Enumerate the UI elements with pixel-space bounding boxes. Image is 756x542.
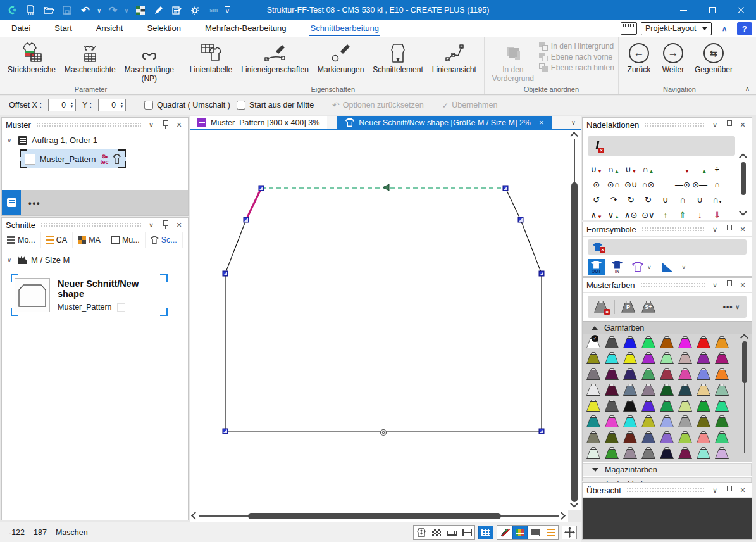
minimize-button[interactable]: [669, 0, 698, 20]
delete-color-button[interactable]: ×: [594, 301, 608, 313]
yarn-color-swatch[interactable]: [678, 447, 692, 460]
yarn-color-swatch[interactable]: [660, 368, 674, 381]
needle-action-cell[interactable]: ↺: [588, 191, 605, 206]
copy-table-toggle[interactable]: [528, 526, 543, 539]
yarn-color-swatch[interactable]: [678, 352, 692, 365]
yarn-color-swatch[interactable]: [605, 336, 619, 349]
spinner-arrows-icon[interactable]: ▲▼: [118, 102, 125, 108]
needle-action-cell[interactable]: ↓: [691, 206, 709, 222]
more-tabs-icon[interactable]: •••: [21, 198, 41, 208]
yarn-color-swatch[interactable]: [715, 447, 729, 460]
chevron-down-icon[interactable]: ∨: [682, 264, 686, 270]
yarn-color-swatch[interactable]: [605, 384, 619, 396]
yarn-color-swatch[interactable]: [715, 431, 729, 444]
needle-action-cell[interactable]: ∪▼: [623, 161, 640, 176]
weiter-button[interactable]: → Weiter: [657, 39, 690, 76]
yarn-color-swatch[interactable]: [697, 415, 710, 428]
yarn-color-swatch[interactable]: [605, 415, 619, 428]
linienansicht-button[interactable]: Linienansicht: [428, 39, 480, 76]
no-edit-toggle[interactable]: [497, 526, 512, 539]
overview-viewport[interactable]: [583, 498, 752, 539]
yarn-color-swatch[interactable]: [586, 352, 600, 365]
module-editor-button[interactable]: [170, 3, 184, 17]
yarn-color-swatch[interactable]: [623, 447, 637, 460]
yarn-color-swatch[interactable]: [678, 415, 692, 428]
yarn-color-swatch[interactable]: [697, 384, 710, 396]
qat-customize-icon[interactable]: ∨: [225, 6, 230, 15]
add-color-button[interactable]: S+: [641, 301, 655, 313]
shirt-outline-button[interactable]: [632, 262, 643, 272]
needle-action-cell[interactable]: ∧▼: [588, 206, 605, 222]
undo-button[interactable]: ↶: [78, 3, 92, 17]
form-in-button[interactable]: IN: [609, 259, 626, 275]
yarn-color-swatch[interactable]: [641, 431, 655, 444]
yarn-color-swatch[interactable]: [697, 447, 710, 460]
menu-tab-schnittbearbeitung[interactable]: Schnittbearbeitung: [309, 22, 380, 36]
grid-view-toggle[interactable]: [478, 526, 493, 539]
needle-action-cell[interactable]: ∨▲: [605, 206, 622, 222]
draw-pen-button[interactable]: [152, 3, 166, 17]
pin-icon[interactable]: [724, 225, 734, 234]
close-button[interactable]: [727, 0, 756, 20]
yarn-color-swatch[interactable]: [715, 352, 729, 365]
panel-drag-handle[interactable]: [40, 222, 141, 227]
pin-icon[interactable]: [724, 486, 734, 495]
yarn-color-swatch[interactable]: [715, 415, 729, 428]
pattern-grid-button[interactable]: [133, 3, 147, 17]
menu-tab-selektion[interactable]: Selektion: [146, 22, 182, 36]
yarn-color-swatch[interactable]: [605, 368, 619, 381]
yarn-color-swatch[interactable]: [678, 400, 692, 412]
ruler-toggle[interactable]: [444, 526, 459, 539]
tab-muster[interactable]: Mu...: [106, 232, 146, 248]
yarn-color-swatch[interactable]: [660, 336, 674, 349]
horizontal-scroll-thumb[interactable]: [248, 513, 501, 519]
yarn-color-swatch[interactable]: [697, 431, 710, 444]
colors-scrollbar[interactable]: [740, 335, 749, 461]
needle-action-cell[interactable]: ∪: [691, 191, 709, 206]
yarn-color-swatch[interactable]: [641, 368, 655, 381]
needle-action-cell[interactable]: ∪▼: [588, 161, 605, 176]
needle-action-cell[interactable]: ↷: [605, 191, 622, 206]
needle-action-cell[interactable]: —⊙: [674, 176, 691, 191]
needle-action-cell[interactable]: ∩▲: [605, 161, 622, 176]
panel-menu-icon[interactable]: ∨: [710, 121, 720, 129]
yarn-color-swatch[interactable]: [715, 384, 729, 396]
panel-menu-icon[interactable]: ∨: [710, 225, 720, 234]
yarn-color-swatch[interactable]: [623, 384, 637, 396]
yarn-color-swatch[interactable]: [641, 447, 655, 460]
yarn-color-swatch[interactable]: [586, 415, 600, 428]
tree-expander-icon[interactable]: ∨: [7, 256, 13, 263]
needle-action-cell[interactable]: ∩: [709, 176, 726, 191]
scroll-down-icon[interactable]: [739, 208, 747, 216]
scroll-right-icon[interactable]: [557, 512, 566, 520]
yarn-color-swatch[interactable]: [715, 368, 729, 381]
panel-menu-icon[interactable]: ∨: [146, 121, 156, 129]
close-icon[interactable]: ×: [738, 485, 748, 495]
yarn-color-swatch[interactable]: [586, 447, 600, 460]
shape-measure-toggle[interactable]: [414, 526, 429, 539]
tree-expander-icon[interactable]: ∨: [7, 137, 13, 144]
maschendichte-button[interactable]: Maschendichte: [61, 39, 120, 76]
tab-ca[interactable]: CA: [41, 232, 73, 248]
yarn-color-swatch[interactable]: [623, 352, 637, 365]
doc-tab-muster-pattern[interactable]: Muster_Pattern [300 x 400] 3%: [190, 116, 327, 129]
undo-dropdown-icon[interactable]: ∨: [97, 7, 101, 14]
layout-select[interactable]: Projekt-Layout: [641, 22, 712, 35]
needle-action-cell[interactable]: ∩▲: [640, 161, 657, 176]
spinner-arrows-icon[interactable]: ▲▼: [68, 102, 75, 108]
close-icon[interactable]: ×: [174, 120, 184, 130]
shape-drawing[interactable]: [190, 130, 568, 510]
yarn-color-swatch[interactable]: [623, 336, 637, 349]
pan-move-button[interactable]: [562, 526, 577, 539]
width-measure-toggle[interactable]: [459, 526, 474, 539]
scroll-up-icon[interactable]: [739, 153, 747, 161]
garnfarben-section-header[interactable]: Garnfarben: [583, 321, 752, 334]
offset-y-input[interactable]: 0 ▲▼: [98, 99, 126, 111]
schnittelement-button[interactable]: Schnittelement: [369, 39, 426, 76]
doc-tab-neuer-schnitt[interactable]: Neuer Schnitt/New shape [Größe M / Size …: [337, 116, 551, 129]
pattern-view-toggle[interactable]: [429, 526, 444, 539]
yarn-color-swatch[interactable]: [605, 400, 619, 412]
open-file-button[interactable]: [42, 3, 56, 17]
color-table-view-toggle[interactable]: [512, 526, 528, 539]
needle-action-cell[interactable]: ↑: [657, 206, 674, 222]
